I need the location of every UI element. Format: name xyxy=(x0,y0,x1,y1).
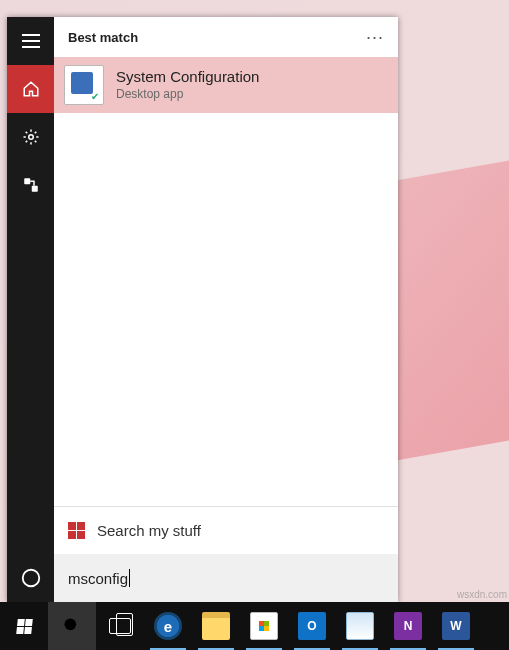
taskbar-word[interactable]: W xyxy=(432,602,480,650)
start-button[interactable] xyxy=(0,602,48,650)
outlook-icon: O xyxy=(298,612,326,640)
taskbar-search-button[interactable] xyxy=(48,602,96,650)
cortana-button[interactable] xyxy=(7,554,54,602)
text-cursor xyxy=(129,569,130,587)
watermark: wsxdn.com xyxy=(457,589,507,600)
nav-rail xyxy=(7,17,54,602)
taskbar-onenote[interactable]: N xyxy=(384,602,432,650)
gear-icon xyxy=(22,128,40,146)
svg-rect-2 xyxy=(31,186,37,192)
search-input[interactable]: msconfig xyxy=(54,554,398,602)
cortana-icon xyxy=(20,567,42,589)
notepad-icon xyxy=(346,612,374,640)
taskbar-store[interactable] xyxy=(240,602,288,650)
connect-icon xyxy=(22,176,40,194)
search-icon xyxy=(62,616,82,636)
home-button[interactable] xyxy=(7,65,54,113)
windows-logo-icon xyxy=(68,522,85,539)
task-view-icon xyxy=(109,618,131,634)
msconfig-icon xyxy=(64,65,104,105)
connect-button[interactable] xyxy=(7,161,54,209)
category-label: Best match xyxy=(68,30,138,45)
edge-icon: e xyxy=(154,612,182,640)
taskbar-explorer[interactable] xyxy=(192,602,240,650)
empty-area xyxy=(54,113,398,506)
search-my-stuff[interactable]: Search my stuff xyxy=(54,506,398,554)
hamburger-icon xyxy=(22,34,40,48)
home-icon xyxy=(22,80,40,98)
task-view-button[interactable] xyxy=(96,602,144,650)
svg-point-4 xyxy=(65,619,77,631)
result-text: System Configuration Desktop app xyxy=(116,68,259,102)
store-icon xyxy=(250,612,278,640)
taskbar-edge[interactable]: e xyxy=(144,602,192,650)
more-icon[interactable]: ··· xyxy=(366,27,384,48)
search-result-system-configuration[interactable]: System Configuration Desktop app xyxy=(54,57,398,113)
results-panel: Best match ··· System Configuration Desk… xyxy=(54,17,398,602)
taskbar-notepad[interactable] xyxy=(336,602,384,650)
onenote-icon: N xyxy=(394,612,422,640)
svg-point-0 xyxy=(28,135,33,140)
folder-icon xyxy=(202,612,230,640)
svg-point-3 xyxy=(22,570,39,587)
start-menu: Best match ··· System Configuration Desk… xyxy=(7,17,398,602)
result-subtitle: Desktop app xyxy=(116,87,259,102)
my-stuff-label: Search my stuff xyxy=(97,522,201,539)
search-query-text: msconfig xyxy=(68,570,128,587)
category-header: Best match ··· xyxy=(54,17,398,57)
svg-rect-1 xyxy=(24,178,30,184)
settings-button[interactable] xyxy=(7,113,54,161)
taskbar: e O N W xyxy=(0,602,509,650)
word-icon: W xyxy=(442,612,470,640)
taskbar-outlook[interactable]: O xyxy=(288,602,336,650)
hamburger-button[interactable] xyxy=(7,17,54,65)
svg-line-5 xyxy=(75,629,80,634)
result-title: System Configuration xyxy=(116,68,259,87)
windows-icon xyxy=(16,619,33,634)
